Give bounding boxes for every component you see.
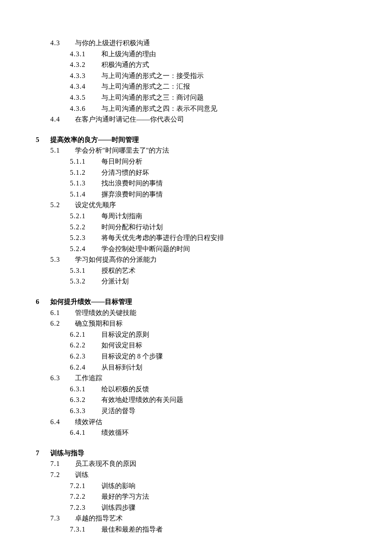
subsection-row: 7.2.1训练的影响: [36, 480, 358, 491]
chapter-number: 6: [36, 296, 50, 307]
section-title: 员工表现不良的原因: [75, 458, 136, 469]
subsection-row: 6.3.2有效地处理绩效的有关问题: [36, 394, 358, 405]
section-title: 工作追踪: [75, 373, 102, 384]
section-row: 7.2训练: [36, 469, 358, 480]
section-title: 确立预期和目标: [75, 318, 123, 329]
section-number: 7.2: [50, 469, 75, 480]
subsection-row: 5.3.1授权的艺术: [36, 265, 358, 276]
chapter-block: 5提高效率的良方——时间管理5.1学会分析"时间哪里去了"的方法5.1.1每日时…: [36, 134, 358, 287]
subsection-title: 找出浪费时间的事情: [101, 178, 163, 189]
subsection-number: 6.2.4: [70, 362, 101, 373]
subsection-number: 6.3.2: [70, 394, 101, 405]
section-row: 4.3与你的上级进行积极沟通: [36, 38, 358, 49]
subsection-title: 和上级沟通的理由: [101, 49, 156, 60]
section-number: 7.3: [50, 513, 75, 524]
subsection-number: 5.1.3: [70, 178, 101, 189]
section-number: 6.4: [50, 416, 75, 428]
subsection-row: 4.3.4与上司沟通的形式之二：汇报: [36, 81, 358, 92]
subsection-number: 6.2.3: [70, 351, 101, 362]
subsection-number: 7.3.1: [70, 524, 101, 535]
subsection-number: 5.3.2: [70, 276, 101, 287]
section-row: 4.4在客户沟通时请记住——你代表公司: [36, 114, 358, 125]
subsection-title: 最好的学习方法: [101, 491, 149, 502]
chapter-title: 提高效率的良方——时间管理: [50, 134, 139, 145]
subsection-row: 6.4.1绩效循环: [36, 427, 358, 438]
section-number: 5.3: [50, 254, 75, 265]
subsection-number: 7.2.2: [70, 491, 101, 502]
section-title: 学习如何提高你的分派能力: [75, 254, 157, 265]
chapter-block: 4.3与你的上级进行积极沟通4.3.1和上级沟通的理由4.3.2积极沟通的方式4…: [36, 38, 358, 125]
subsection-row: 4.3.6与上司沟通的形式之四：表示不同意见: [36, 103, 358, 114]
subsection-title: 与上司沟通的形式之四：表示不同意见: [101, 103, 217, 114]
subsection-number: 4.3.3: [70, 70, 101, 81]
subsection-title: 摒弃浪费时间的事情: [101, 189, 163, 200]
section-number: 6.3: [50, 373, 75, 384]
subsection-title: 授权的艺术: [101, 265, 135, 276]
subsection-number: 6.3.3: [70, 405, 101, 416]
subsection-number: 4.3.4: [70, 81, 101, 92]
section-title: 在客户沟通时请记住——你代表公司: [75, 114, 184, 125]
section-row: 5.1学会分析"时间哪里去了"的方法: [36, 145, 358, 156]
section-number: 7.1: [50, 458, 75, 469]
subsection-title: 与上司沟通的形式之三：商讨问题: [101, 92, 204, 103]
subsection-title: 灵活的督导: [101, 405, 135, 416]
subsection-row: 5.1.2分清习惯的好坏: [36, 167, 358, 178]
subsection-title: 训练的影响: [101, 480, 135, 491]
subsection-number: 7.2.1: [70, 480, 101, 491]
subsection-row: 4.3.3与上司沟通的形式之一：接受指示: [36, 70, 358, 81]
chapter-title: 训练与指导: [50, 448, 84, 459]
subsection-title: 每日时间分析: [101, 156, 142, 167]
subsection-number: 4.3.1: [70, 49, 101, 60]
section-number: 4.3: [50, 38, 75, 49]
subsection-title: 最佳和最差的指导者: [101, 524, 163, 535]
section-number: 5.2: [50, 199, 75, 211]
subsection-title: 与上司沟通的形式之二：汇报: [101, 81, 190, 92]
chapter-title: 如何提升绩效——目标管理: [50, 296, 132, 307]
section-row: 7.1员工表现不良的原因: [36, 458, 358, 469]
subsection-number: 5.2.1: [70, 211, 101, 222]
subsection-title: 分清习惯的好坏: [101, 167, 149, 178]
table-of-contents: 4.3与你的上级进行积极沟通4.3.1和上级沟通的理由4.3.2积极沟通的方式4…: [36, 38, 358, 535]
subsection-row: 4.3.1和上级沟通的理由: [36, 49, 358, 60]
section-title: 学会分析"时间哪里去了"的方法: [75, 145, 169, 156]
subsection-title: 给以积极的反馈: [101, 384, 149, 395]
subsection-row: 6.2.2如何设定目标: [36, 340, 358, 351]
section-number: 6.2: [50, 318, 75, 329]
section-title: 设定优先顺序: [75, 199, 116, 211]
subsection-number: 5.1.1: [70, 156, 101, 167]
section-row: 5.2设定优先顺序: [36, 199, 358, 211]
chapter-heading: 5提高效率的良方——时间管理: [36, 134, 358, 145]
section-title: 训练: [75, 469, 89, 480]
subsection-row: 4.3.5与上司沟通的形式之三：商讨问题: [36, 92, 358, 103]
subsection-number: 4.3.2: [70, 59, 101, 70]
subsection-row: 7.3.1最佳和最差的指导者: [36, 524, 358, 535]
subsection-number: 4.3.6: [70, 103, 101, 114]
subsection-row: 6.2.4从目标到计划: [36, 362, 358, 373]
subsection-title: 每周计划指南: [101, 211, 142, 222]
chapter-block: 6如何提升绩效——目标管理6.1管理绩效的关键技能6.2确立预期和目标6.2.1…: [36, 296, 358, 438]
section-row: 6.1管理绩效的关键技能: [36, 307, 358, 318]
subsection-row: 6.3.1给以积极的反馈: [36, 384, 358, 395]
section-row: 5.3学习如何提高你的分派能力: [36, 254, 358, 265]
subsection-title: 目标设定的 8 个步骤: [101, 351, 163, 362]
subsection-row: 5.1.3找出浪费时间的事情: [36, 178, 358, 189]
subsection-number: 4.3.5: [70, 92, 101, 103]
subsection-title: 如何设定目标: [101, 340, 142, 351]
subsection-number: 5.1.2: [70, 167, 101, 178]
subsection-title: 与上司沟通的形式之一：接受指示: [101, 70, 204, 81]
subsection-number: 5.2.4: [70, 243, 101, 254]
subsection-title: 从目标到计划: [101, 362, 142, 373]
subsection-title: 训练四步骤: [101, 502, 135, 513]
subsection-title: 分派计划: [101, 276, 129, 287]
subsection-number: 5.1.4: [70, 189, 101, 200]
subsection-row: 5.3.2分派计划: [36, 276, 358, 287]
subsection-row: 5.1.1每日时间分析: [36, 156, 358, 167]
subsection-title: 有效地处理绩效的有关问题: [101, 394, 183, 405]
subsection-title: 目标设定的原则: [101, 329, 149, 340]
subsection-number: 6.3.1: [70, 384, 101, 395]
section-title: 与你的上级进行积极沟通: [75, 38, 150, 49]
subsection-row: 4.3.2积极沟通的方式: [36, 59, 358, 70]
subsection-row: 5.2.1每周计划指南: [36, 211, 358, 222]
subsection-title: 将每天优先考虑的事进行合理的日程安排: [101, 232, 224, 243]
subsection-number: 5.3.1: [70, 265, 101, 276]
